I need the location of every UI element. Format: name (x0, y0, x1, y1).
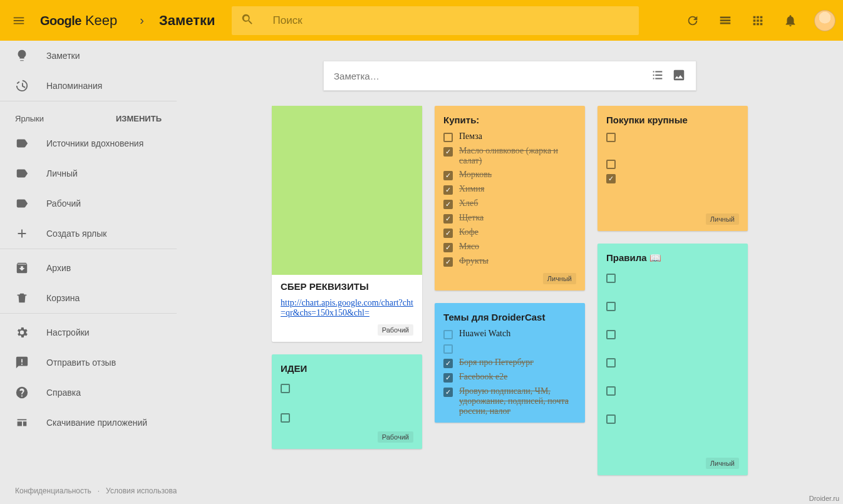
note-link[interactable]: http://chart.apis.google.com/chart?cht=q… (281, 298, 413, 317)
label-icon (15, 136, 29, 150)
footer-terms[interactable]: Условия использования (98, 486, 177, 495)
take-note-placeholder: Заметка… (334, 71, 380, 81)
chevron-right-icon: › (127, 13, 157, 28)
checkbox[interactable] (443, 344, 453, 354)
check-row[interactable]: Боря про Петербург (443, 357, 576, 368)
note-card[interactable]: Темы для DroiderCast Huawei WatchБоря пр… (435, 303, 585, 423)
notes-board: СБЕР РЕКВИЗИТЫ http://chart.apis.google.… (177, 106, 843, 475)
check-row[interactable]: Масло оливковое (жарка и салат) (443, 146, 576, 166)
check-text: Пемза (459, 131, 482, 141)
app-header: Google Keep › Заметки (0, 0, 843, 41)
sidebar-item-label: Рабочий (46, 198, 81, 208)
checkbox[interactable] (606, 133, 616, 142)
check-row[interactable]: Пемза (443, 131, 576, 142)
header-actions (679, 7, 838, 34)
footer-privacy[interactable]: Конфиденциальность (15, 486, 91, 495)
check-row[interactable]: Фрукты (443, 256, 576, 267)
note-chip[interactable]: Личный (706, 458, 739, 469)
checkbox[interactable] (443, 388, 453, 397)
note-card[interactable]: Правила 📖 Личный (597, 244, 748, 475)
note-chip[interactable]: Рабочий (378, 324, 413, 336)
sidebar-create-label[interactable]: Создать ярлык (0, 219, 177, 249)
checkbox[interactable] (606, 174, 616, 183)
sidebar-label-inspiration[interactable]: Источники вдохновения (0, 128, 177, 158)
sidebar-item-label: Отправить отзыв (46, 357, 116, 368)
image-icon[interactable] (672, 68, 686, 84)
check-row[interactable]: Huawei Watch (443, 329, 576, 339)
check-text: Щетка (459, 213, 484, 223)
note-image (272, 106, 422, 275)
sidebar-item-label: Скачивание приложений (46, 418, 147, 428)
sidebar-item-feedback[interactable]: Отправить отзыв (0, 347, 177, 378)
checkbox[interactable] (443, 373, 453, 383)
logo-google: Google (40, 14, 81, 28)
check-text: Боря про Петербург (459, 357, 534, 368)
checkbox[interactable] (606, 302, 616, 311)
search-box[interactable] (232, 6, 639, 35)
note-chip[interactable]: Личный (706, 213, 739, 225)
sidebar-item-download[interactable]: Скачивание приложений (0, 408, 177, 438)
sidebar-item-label: Напоминания (46, 81, 102, 91)
checkbox[interactable] (281, 384, 290, 393)
checkbox[interactable] (443, 359, 453, 368)
note-card[interactable]: Покупки крупные Личный (597, 106, 748, 231)
reminder-icon (15, 79, 29, 93)
checkbox[interactable] (606, 386, 616, 396)
checkbox[interactable] (443, 147, 453, 157)
notifications-icon[interactable] (777, 7, 804, 34)
checkbox[interactable] (606, 358, 616, 368)
menu-icon[interactable] (5, 7, 33, 34)
take-note[interactable]: Заметка… (323, 61, 696, 91)
checkbox[interactable] (443, 200, 453, 209)
sidebar-item-notes[interactable]: Заметки (0, 41, 177, 71)
check-row[interactable]: Щетка (443, 213, 576, 224)
apps-icon[interactable] (744, 7, 772, 34)
labels-edit[interactable]: ИЗМЕНИТЬ (116, 114, 162, 123)
note-card[interactable]: СБЕР РЕКВИЗИТЫ http://chart.apis.google.… (272, 106, 422, 342)
sidebar-label-work[interactable]: Рабочий (0, 188, 177, 219)
avatar[interactable] (814, 10, 835, 31)
note-card[interactable]: ИДЕИ Рабочий (272, 354, 422, 449)
sidebar-label-personal[interactable]: Личный (0, 158, 177, 188)
note-chip[interactable]: Личный (543, 273, 576, 284)
check-row[interactable]: Хлеб (443, 198, 576, 209)
sidebar-item-archive[interactable]: Архив (0, 253, 177, 283)
checkbox[interactable] (281, 413, 290, 423)
checkbox[interactable] (443, 214, 453, 224)
view-list-icon[interactable] (711, 7, 739, 34)
check-row[interactable] (443, 343, 576, 354)
note-card[interactable]: Купить: ПемзаМасло оливковое (жарка и са… (435, 106, 585, 291)
sidebar-item-help[interactable]: Справка (0, 378, 177, 408)
checkbox[interactable] (443, 229, 453, 238)
check-row[interactable]: Кофе (443, 227, 576, 238)
check-row[interactable]: Яровую подписали, ЧМ, удорожание, подпис… (443, 386, 576, 416)
app-logo[interactable]: Google Keep (35, 13, 125, 29)
check-text: Хлеб (459, 198, 478, 208)
sidebar-item-reminders[interactable]: Напоминания (0, 71, 177, 101)
check-text: Huawei Watch (459, 329, 510, 339)
checkbox[interactable] (443, 257, 453, 267)
checkbox[interactable] (443, 330, 453, 339)
checkbox[interactable] (443, 185, 453, 195)
checkbox[interactable] (606, 330, 616, 339)
check-row[interactable]: Морковь (443, 170, 576, 180)
sidebar-item-settings[interactable]: Настройки (0, 317, 177, 347)
checkbox[interactable] (443, 243, 453, 252)
check-row[interactable]: Мясо (443, 242, 576, 252)
search-input[interactable] (254, 14, 633, 27)
sidebar-item-label: Заметки (46, 51, 80, 61)
sidebar-item-label: Источники вдохновения (46, 138, 143, 148)
note-chip[interactable]: Рабочий (378, 431, 413, 443)
check-text: Масло оливковое (жарка и салат) (459, 146, 576, 166)
gear-icon (15, 326, 29, 339)
checkbox[interactable] (443, 133, 453, 142)
checkbox[interactable] (606, 160, 616, 169)
refresh-icon[interactable] (679, 7, 706, 34)
check-row[interactable]: Facebook e2e (443, 372, 576, 383)
check-row[interactable]: Химия (443, 184, 576, 195)
checkbox[interactable] (443, 171, 453, 180)
sidebar-item-trash[interactable]: Корзина (0, 283, 177, 313)
list-icon[interactable] (651, 68, 665, 84)
checkbox[interactable] (606, 274, 616, 283)
checkbox[interactable] (606, 414, 616, 424)
